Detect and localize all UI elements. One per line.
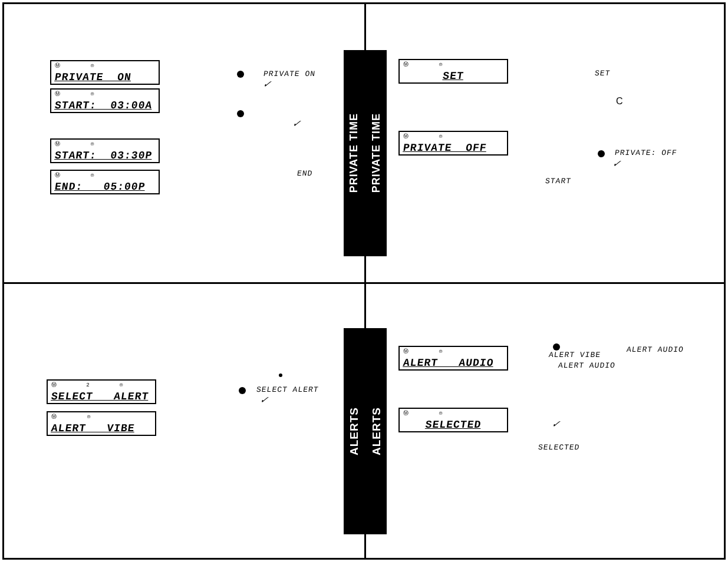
bullet-icon [237,71,244,78]
note-alert-audio-2: ALERT AUDIO [558,361,616,370]
quadrant-bottom-left: ALERTS Ⓜ 2 ⊙ SELECT ALERT Ⓜ ⊙ ALERT VIBE… [4,282,364,560]
note-alert-audio-1: ALERT AUDIO [626,345,684,354]
note-set: SET [594,69,611,78]
lcd-select-alert: Ⓜ 2 ⊙ SELECT ALERT [47,379,156,404]
lcd-status-icons: Ⓜ ⊙ [55,90,108,98]
page-border: PRIVATE TIME Ⓜ ⊙ PRIVATE ON Ⓜ ⊙ START: 0… [2,2,726,560]
lcd-alert-audio: Ⓜ ⊙ ALERT AUDIO [398,346,508,371]
note-letter-c: C [616,96,623,107]
lcd-private-on: Ⓜ ⊙ PRIVATE ON [50,60,160,85]
bullet-icon [239,387,246,394]
note-private-off: PRIVATE: OFF [614,148,678,157]
lcd-end: Ⓜ ⊙ END: 05:00P [50,170,160,194]
quadrant-top-left: PRIVATE TIME Ⓜ ⊙ PRIVATE ON Ⓜ ⊙ START: 0… [4,4,364,282]
quadrant-bottom-right: ALERTS Ⓜ ⊙ ALERT AUDIO Ⓜ ⊙ SELECTED ALER… [366,282,726,560]
lcd-start-2: Ⓜ ⊙ START: 03:30P [50,138,160,163]
checkmark-icon: ✓ [291,118,301,129]
lcd-private-off: Ⓜ ⊙ PRIVATE OFF [398,131,508,156]
note-start: START [545,177,572,186]
lcd-status-icons: Ⓜ ⊙ [55,62,108,70]
bullet-icon [598,150,605,157]
lcd-status-icons: Ⓜ ⊙ [403,409,457,417]
note-alert-vibe: ALERT VIBE [548,351,601,359]
lcd-status-icons: Ⓜ 2 ⊙ [51,381,137,389]
note-selected: SELECTED [538,443,581,452]
note-end: END [297,169,314,178]
bullet-icon [279,373,282,377]
lcd-status-icons: Ⓜ ⊙ [403,348,457,355]
lcd-set: Ⓜ ⊙ SET [398,59,508,84]
note-private-on: PRIVATE ON [263,70,316,78]
note-select-alert: SELECT ALERT [256,385,319,394]
section-label-private-time: PRIVATE TIME [366,50,387,256]
lcd-selected: Ⓜ ⊙ SELECTED [398,408,508,432]
bullet-icon [237,110,244,117]
lcd-start-1: Ⓜ ⊙ START: 03:00A [50,88,160,113]
checkmark-icon: ✓ [261,78,272,90]
checkmark-icon: ✓ [550,418,561,429]
section-label-private-time: PRIVATE TIME [344,50,364,256]
lcd-alert-vibe: Ⓜ ⊙ ALERT VIBE [47,411,156,436]
checkmark-icon: ✓ [258,394,269,405]
checkmark-icon: ✓ [611,158,621,169]
lcd-status-icons: Ⓜ ⊙ [55,140,108,148]
quadrant-top-right: PRIVATE TIME Ⓜ ⊙ SET Ⓜ ⊙ PRIVATE OFF SET… [366,4,726,282]
section-label-alerts: ALERTS [344,328,364,534]
lcd-status-icons: Ⓜ ⊙ [403,133,457,140]
lcd-status-icons: Ⓜ ⊙ [55,171,108,179]
lcd-status-icons: Ⓜ ⊙ [51,413,105,421]
bullet-icon [553,343,560,351]
lcd-status-icons: Ⓜ ⊙ [403,61,457,68]
section-label-alerts: ALERTS [366,328,387,534]
